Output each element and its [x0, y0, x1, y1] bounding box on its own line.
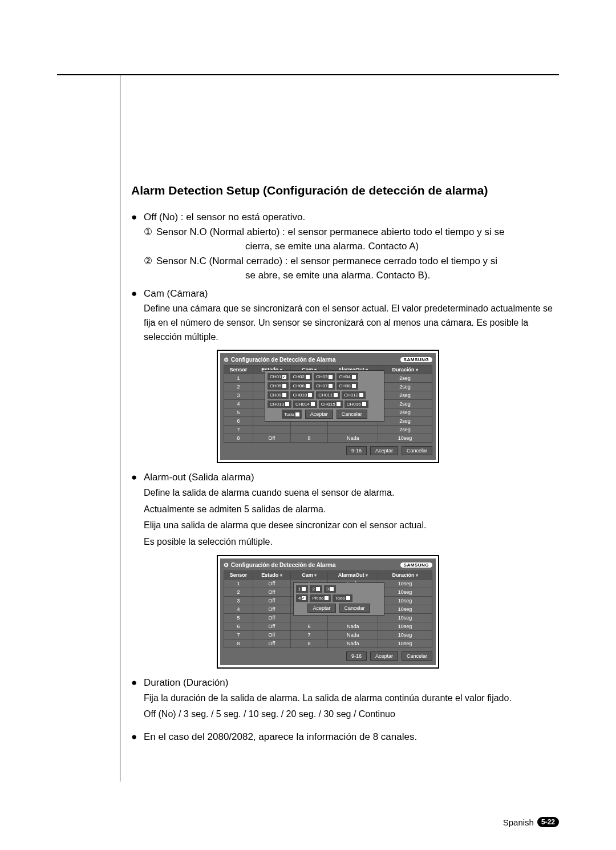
gear-icon: ⚙: [224, 357, 229, 363]
checkbox-icon[interactable]: [337, 402, 341, 406]
range-button[interactable]: 9-16: [346, 446, 367, 455]
ao-chip[interactable]: 1: [296, 585, 308, 593]
ch-chip[interactable]: CH03: [314, 373, 335, 381]
pitido-chip[interactable]: Pitido: [310, 594, 331, 602]
ch-chip[interactable]: CH07: [314, 382, 335, 390]
sensor-no-text: Sensor N.O (Normal abierto) : el sensor …: [156, 225, 504, 240]
accept-button[interactable]: Aceptar: [305, 410, 333, 419]
cancel-button[interactable]: Cancelar: [402, 446, 432, 455]
col-sensor: Sensor: [224, 366, 253, 374]
cam-popup[interactable]: CH01 CH02 CH03 CH04 CH05 CH06 CH07 CH08: [265, 370, 384, 422]
ao-chip[interactable]: 4: [296, 594, 308, 602]
todo-chip[interactable]: Todo: [282, 410, 301, 419]
checkbox-icon[interactable]: [346, 596, 350, 600]
sensor-no-cont: cierra, se emite una alarma. Contacto A): [245, 239, 559, 254]
alarmout-desc4: Es posible la selección múltiple.: [144, 535, 559, 549]
checkbox-icon[interactable]: [311, 402, 315, 406]
bullet-icon: ●: [131, 286, 144, 301]
vertical-divider: [120, 74, 120, 782]
ch-chip[interactable]: CH02: [290, 373, 311, 381]
col-estado[interactable]: Estado: [253, 571, 291, 580]
page-number-badge: 5-22: [537, 817, 559, 827]
panel-1-titlebar: ⚙ Configuración de Detección de Alarma S…: [224, 357, 432, 363]
duration-desc1: Fija la duración de la salida de alarma.…: [144, 691, 559, 706]
cancel-button[interactable]: Cancelar: [402, 651, 432, 661]
checkbox-icon[interactable]: [362, 402, 366, 406]
ch-chip[interactable]: CH04: [337, 373, 358, 381]
checkbox-icon[interactable]: [329, 375, 333, 379]
accept-button[interactable]: Aceptar: [370, 651, 398, 661]
panel-2: ⚙ Configuración de Detección de Alarma S…: [217, 555, 439, 669]
col-alarmout[interactable]: AlarmaOut: [328, 571, 378, 580]
ao-chip[interactable]: 3: [324, 585, 336, 593]
cam-desc: Define una cámara que se sincronizará co…: [144, 302, 559, 344]
ch-chip[interactable]: CH010: [290, 391, 314, 399]
panel-1-wrap: ⚙ Configuración de Detección de Alarma S…: [217, 350, 559, 463]
checkbox-icon[interactable]: [316, 587, 320, 591]
off-text: Off (No) : el sensor no está operativo.: [144, 210, 305, 225]
ch-chip[interactable]: CH05: [268, 382, 289, 390]
ch-chip[interactable]: CH011: [316, 391, 340, 399]
checkbox-icon[interactable]: [308, 393, 312, 397]
checkbox-icon[interactable]: [302, 587, 306, 591]
accept-button[interactable]: Aceptar: [370, 446, 398, 455]
checkbox-icon[interactable]: [306, 375, 310, 379]
panel-1: ⚙ Configuración de Detección de Alarma S…: [217, 350, 439, 463]
checkbox-icon[interactable]: [302, 596, 306, 600]
table-row: 8Off8Nada10seg: [224, 639, 432, 648]
ch-chip[interactable]: CH013: [268, 400, 291, 408]
alarmout-popup[interactable]: 1 2 3 4 Pitido Todo Acep: [293, 582, 384, 616]
checkbox-icon[interactable]: [285, 402, 289, 406]
bullet-icon: ●: [131, 210, 144, 225]
checkbox-icon[interactable]: [330, 587, 334, 591]
alarmout-desc3: Elija una salida de alarma que desee sin…: [144, 519, 559, 533]
checkbox-icon[interactable]: [352, 375, 356, 379]
ch-chip[interactable]: CH08: [337, 382, 358, 390]
range-button[interactable]: 9-16: [346, 651, 367, 661]
panel-2-titlebar: ⚙ Configuración de Detección de Alarma S…: [224, 562, 432, 568]
checkbox-icon[interactable]: [282, 375, 286, 379]
checkbox-icon[interactable]: [359, 393, 363, 397]
note-text: En el caso del 2080/2082, aparece la inf…: [144, 730, 417, 744]
checkbox-icon[interactable]: [306, 384, 310, 388]
duration-heading: Duration (Duración): [144, 675, 228, 690]
checkbox-icon[interactable]: [295, 412, 299, 416]
checkbox-icon[interactable]: [352, 384, 356, 388]
alarmout-desc1: Define la salida de alarma cuando suena …: [144, 486, 559, 500]
todo-chip[interactable]: Todo: [333, 594, 352, 602]
panel-2-title: Configuración de Detección de Alarma: [231, 562, 336, 568]
col-duracion[interactable]: Duración: [378, 366, 432, 374]
num-1-icon: ①: [144, 225, 156, 240]
table-row: 7Off7Nada10seg: [224, 631, 432, 639]
alarmout-desc2: Actualmente se admiten 5 salidas de alar…: [144, 503, 559, 517]
gear-icon: ⚙: [224, 562, 229, 568]
ch-chip[interactable]: CH016: [345, 400, 368, 408]
checkbox-icon[interactable]: [282, 384, 286, 388]
ao-chip[interactable]: 2: [310, 585, 322, 593]
content-area: Alarm Detection Setup (Configuración de …: [131, 184, 559, 744]
checkbox-icon[interactable]: [329, 384, 333, 388]
ch-chip[interactable]: CH09: [268, 391, 289, 399]
panel-2-wrap: ⚙ Configuración de Detección de Alarma S…: [217, 555, 559, 669]
table-row: 72seg: [224, 426, 432, 434]
bullet-icon: ●: [131, 470, 144, 485]
cancel-button[interactable]: Cancelar: [339, 604, 370, 613]
checkbox-icon[interactable]: [325, 596, 329, 600]
checkbox-icon[interactable]: [334, 393, 338, 397]
samsung-logo: SAMSUNG: [400, 562, 432, 568]
panel-1-title: Configuración de Detección de Alarma: [231, 357, 336, 363]
duration-desc2: Off (No) / 3 seg. / 5 seg. / 10 seg. / 2…: [144, 707, 559, 722]
col-cam[interactable]: Cam: [290, 571, 328, 580]
cancel-button[interactable]: Cancelar: [337, 410, 367, 419]
section-title: Alarm Detection Setup (Configuración de …: [131, 184, 559, 197]
ch-chip[interactable]: CH012: [342, 391, 366, 399]
accept-button[interactable]: Aceptar: [307, 604, 335, 613]
checkbox-icon[interactable]: [282, 393, 286, 397]
ch-chip[interactable]: CH01: [268, 373, 289, 381]
bullet-icon: ●: [131, 730, 144, 744]
ch-chip[interactable]: CH014: [293, 400, 317, 408]
ch-chip[interactable]: CH015: [319, 400, 343, 408]
col-duracion[interactable]: Duración: [378, 571, 432, 580]
top-rule: [57, 74, 559, 75]
ch-chip[interactable]: CH06: [290, 382, 311, 390]
